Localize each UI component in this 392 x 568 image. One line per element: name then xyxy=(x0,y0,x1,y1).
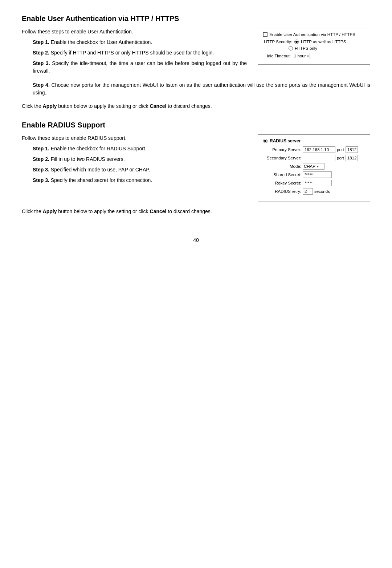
radio-https-only: HTTPS only xyxy=(289,46,365,50)
section2-content: Follow these steps to enable RADIUS supp… xyxy=(22,134,370,202)
section2-step2: Step 2. Fill in up to two RADIUS servers… xyxy=(33,155,247,163)
shared-secret-row: Shared Secret: ***** xyxy=(263,171,365,178)
section2-left: Follow these steps to enable RADIUS supp… xyxy=(22,134,247,187)
section2-step3a: Step 3. Specified which mode to use, PAP… xyxy=(33,166,247,174)
primary-server-row: Primary Server: 192.168.1.10 port 1812 xyxy=(263,146,365,153)
mode-value: CHAP xyxy=(304,164,315,169)
radius-step2-label: Step 2. xyxy=(33,156,49,162)
radius-step3a-text: Specified which mode to use, PAP or CHAP… xyxy=(51,167,150,173)
shared-secret-input[interactable]: ***** xyxy=(303,171,332,178)
step4-label: Step 4. xyxy=(33,82,50,88)
secondary-server-input[interactable] xyxy=(303,155,335,161)
apply-label-2: Apply xyxy=(43,208,57,214)
shared-secret-value: ***** xyxy=(305,173,313,177)
radius-retry-label: RADIUS retry: xyxy=(263,189,301,194)
section1-step4: Step 4. Choose new ports for the managem… xyxy=(33,81,370,97)
cancel-label-2: Cancel xyxy=(150,208,167,214)
primary-server-input[interactable]: 192.168.1.10 xyxy=(303,146,335,153)
radio-https-only-btn[interactable] xyxy=(289,46,293,50)
section1-left: Follow these steps to enable User Authen… xyxy=(22,28,247,78)
idle-timeout-label: Idle Timeout: xyxy=(267,54,291,58)
section2-intro: Follow these steps to enable RADIUS supp… xyxy=(22,134,247,142)
cancel-label-1: Cancel xyxy=(150,103,167,109)
radius-server-radio[interactable] xyxy=(263,139,268,143)
rekey-secret-value: ***** xyxy=(305,181,313,185)
secondary-port-value: 1812 xyxy=(347,156,357,160)
radius-step3b-label: Step 3. xyxy=(33,177,49,183)
secondary-server-label: Secondary Server: xyxy=(263,156,301,160)
radius-step1-text: Enable the checkbox for RADIUS Support. xyxy=(51,146,147,151)
secondary-server-row: Secondary Server: port 1812 xyxy=(263,155,365,161)
http-security-row: HTTP Security: HTTP as well as HTTPS xyxy=(263,40,365,44)
section1-title: Enable User Authentication via HTTP / HT… xyxy=(22,15,370,23)
primary-port-label: port xyxy=(337,147,344,152)
section2-step1: Step 1. Enable the checkbox for RADIUS S… xyxy=(33,145,247,153)
http-panel: Enable User Authentication via HTTP / HT… xyxy=(258,28,370,65)
apply-label-1: Apply xyxy=(43,103,57,109)
http-enable-label: Enable User Authentication via HTTP / HT… xyxy=(269,32,355,37)
radius-panel-title: RADIUS server xyxy=(270,138,301,143)
mode-label: Mode: xyxy=(263,164,301,169)
radius-retry-row: RADIUS retry: 2 seconds xyxy=(263,188,365,195)
http-security-label: HTTP Security: xyxy=(263,40,292,44)
step3-text: Specify the idle-timeout, the time a use… xyxy=(33,60,247,74)
step2-label: Step 2. xyxy=(33,50,49,56)
secondary-port-input[interactable]: 1812 xyxy=(346,155,358,161)
radius-step1-label: Step 1. xyxy=(33,146,49,151)
radio-https-only-label: HTTPS only xyxy=(295,46,317,50)
secondary-port-label: port xyxy=(337,156,344,160)
step1-label: Step 1. xyxy=(33,39,49,45)
rekey-secret-row: Rekey Secret: ***** xyxy=(263,180,365,186)
step4-text: Choose new ports for the management WebU… xyxy=(33,82,370,96)
http-enable-checkbox-row: Enable User Authentication via HTTP / HT… xyxy=(263,32,365,37)
radius-step3b-text: Specify the shared secret for this conne… xyxy=(51,177,152,183)
idle-timeout-value: 1 hour xyxy=(294,54,306,58)
radius-panel-header: RADIUS server xyxy=(263,138,365,143)
rekey-secret-label: Rekey Secret: xyxy=(263,181,301,185)
rekey-secret-input[interactable]: ***** xyxy=(303,180,332,186)
radius-retry-unit: seconds xyxy=(314,189,330,194)
idle-timeout-row: Idle Timeout: 1 hour xyxy=(267,53,365,59)
section2-apply-note: Click the Apply button below to apply th… xyxy=(22,208,370,215)
page-number: 40 xyxy=(22,237,370,243)
section-radius: Enable RADIUS Support Follow these steps… xyxy=(22,121,370,215)
radius-panel: RADIUS server Primary Server: 192.168.1.… xyxy=(258,134,370,202)
section1-step3: Step 3. Specify the idle-timeout, the ti… xyxy=(33,60,247,75)
mode-select[interactable]: CHAP xyxy=(303,163,324,170)
section1-step2: Step 2. Specify if HTTP and HTTPS or onl… xyxy=(33,49,247,57)
section1-apply-note: Click the Apply button below to apply th… xyxy=(22,102,370,110)
primary-port-input[interactable]: 1812 xyxy=(346,146,358,153)
primary-port-value: 1812 xyxy=(347,147,357,152)
idle-timeout-select[interactable]: 1 hour xyxy=(293,53,310,59)
http-enable-checkbox[interactable] xyxy=(263,32,268,37)
step2-text: Specify if HTTP and HTTPS or only HTTPS … xyxy=(51,50,214,56)
step3-label: Step 3. xyxy=(33,60,50,66)
section2-title: Enable RADIUS Support xyxy=(22,121,370,129)
radio-http-https-label: HTTP as well as HTTPS xyxy=(301,40,346,44)
radius-step3a-label: Step 3. xyxy=(33,167,49,173)
section-http-auth: Enable User Authentication via HTTP / HT… xyxy=(22,15,370,110)
section1-content: Follow these steps to enable User Authen… xyxy=(22,28,370,78)
shared-secret-label: Shared Secret: xyxy=(263,173,301,177)
radio-https-only-row: HTTPS only xyxy=(289,46,365,50)
radius-step2-text: Fill in up to two RADIUS servers. xyxy=(51,156,125,162)
section1-step1: Step 1. Enable the checkbox for User Aut… xyxy=(33,38,247,46)
primary-server-value: 192.168.1.10 xyxy=(305,147,329,152)
section1-intro: Follow these steps to enable User Authen… xyxy=(22,28,247,36)
section2-step3b: Step 3. Specify the shared secret for th… xyxy=(33,177,247,184)
mode-row: Mode: CHAP xyxy=(263,163,365,170)
radio-http-https[interactable] xyxy=(294,40,299,44)
radius-retry-input[interactable]: 2 xyxy=(303,188,313,195)
radius-retry-value: 2 xyxy=(305,189,307,194)
step1-text: Enable the checkbox for User Authenticat… xyxy=(51,39,152,45)
primary-server-label: Primary Server: xyxy=(263,147,301,152)
